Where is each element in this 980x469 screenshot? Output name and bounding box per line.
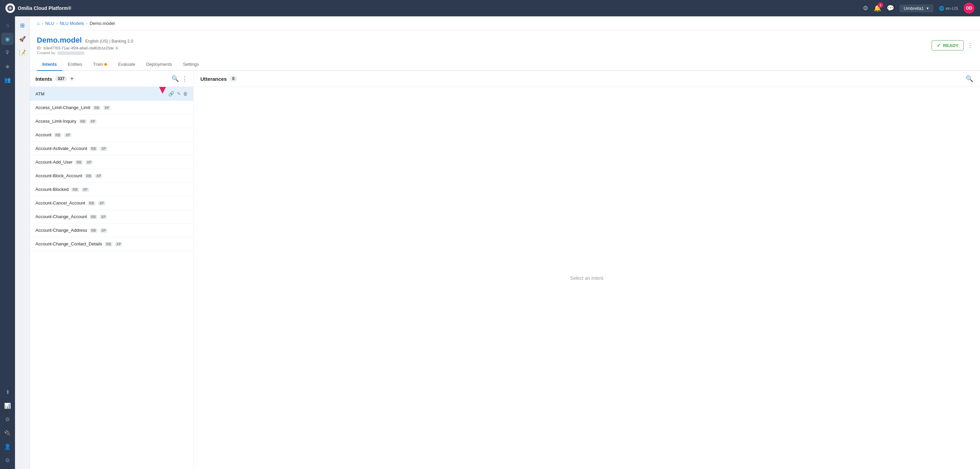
intent-item-account-change-contact[interactable]: Account-Change_Contact_Details RB XP [30,237,193,251]
tab-entities[interactable]: Entities [62,58,88,71]
home-breadcrumb-icon[interactable]: ⌂ [37,21,40,26]
deploy-nav-icon[interactable]: ⬆ [2,386,14,398]
intents-search-button[interactable]: 🔍 [172,75,179,83]
model-more-button[interactable]: ⋮ [967,41,973,49]
tab-intents[interactable]: Intents [37,58,62,71]
intent-badge-xp: XP [115,242,123,246]
intent-badge-xp: XP [89,119,96,124]
logo-icon [5,3,15,13]
intent-badge-rb: RB [79,119,87,124]
utterances-header: Utterances 0 🔍 [194,71,980,87]
logo-text: Omilia Cloud Platform® [18,5,71,11]
voice-nav-icon[interactable]: 🎙 [2,46,14,59]
main-layout: ⌂ ◉ 🎙 ◈ 👥 ⬆ 📊 ⚙ 🔌 👤 ⚙ ⊞ 🚀 📝 ⌂ › NLU › NL… [0,16,980,469]
tab-train[interactable]: Train [88,58,113,71]
utterances-empty-state: Select an Intent [194,87,980,469]
notifications-icon[interactable]: 🔔 1 [874,5,881,12]
intents-count: 337 [55,76,67,81]
logo[interactable]: Omilia Cloud Platform® [5,3,71,13]
ready-label: READY [943,43,959,48]
notification-badge: 1 [878,2,883,8]
intent-item-account[interactable]: Account RB XP [30,128,193,142]
person-nav-icon[interactable]: 👤 [2,440,14,453]
intent-item-account-add-user[interactable]: Account-Add_User RB XP [30,155,193,169]
intent-badge-rb: RB [85,174,92,178]
intent-badge-rb: RB [90,228,97,233]
breadcrumb-nlu[interactable]: NLU [45,21,54,26]
gear2-nav-icon[interactable]: ⚙ [2,454,14,466]
model-name: Demo.model [37,36,82,45]
notes-sidebar-icon[interactable]: 📝 [16,46,29,59]
intent-badge-xp: XP [100,147,107,151]
add-intent-button[interactable]: + [70,75,74,82]
nlu-nav-icon[interactable]: ◉ [2,33,14,45]
intent-edit-button[interactable]: ✎ [177,91,181,96]
intent-item-account-activate[interactable]: Account-Activate_Account RB XP [30,142,193,155]
ready-button[interactable]: ✓ READY [932,40,964,51]
intent-name: Account-Add_User RB XP [35,160,188,164]
intent-item-account-cancel[interactable]: Account-Cancel_Account RB XP [30,196,193,210]
tab-evaluate-label: Evaluate [118,62,135,67]
user-avatar[interactable]: OD [964,3,975,14]
chat-icon[interactable]: 💬 [887,5,894,12]
breadcrumb-nlu-models[interactable]: NLU Models [60,21,84,26]
intent-item-account-change-address[interactable]: Account-Change_Address RB XP [30,223,193,237]
intent-badge-rb: RB [75,160,83,164]
language-selector[interactable]: 🌐 en-US [939,6,958,11]
model-header: Demo.model English (US) | Banking 2.0 ID… [30,30,980,55]
settings-global-icon[interactable]: ⚙ [863,5,868,12]
grid-sidebar-icon[interactable]: ⊞ [16,19,29,31]
globe-icon: 🌐 [939,6,944,11]
tab-settings[interactable]: Settings [178,58,204,71]
flow-nav-icon[interactable]: ◈ [2,60,14,72]
model-title-group: Demo.model English (US) | Banking 2.0 ID… [37,36,133,55]
workspace-label: Umbrella1 [904,6,924,11]
model-title-row: Demo.model English (US) | Banking 2.0 ID… [37,36,973,55]
model-id-row: ID: b3e47703-71ac-45f4-a8a0-cbd62b1e23de… [37,46,133,50]
intents-list: ATM 🔗 [30,87,193,469]
intent-item-access-limit-change[interactable]: Access_Limit-Change_Limit RB XP [30,101,193,115]
intents-panel: Intents 337 + 🔍 ⋮ ATM 🔗 [30,71,194,469]
intent-badge-rb: RB [93,106,100,110]
home-nav-icon[interactable]: ⌂ [2,19,14,31]
intent-name: Account-Activate_Account RB XP [35,146,188,151]
intents-more-button[interactable]: ⋮ [181,75,188,83]
intent-name: Account-Blocked RB XP [35,187,188,192]
intent-item-account-block[interactable]: Account-Block_Account RB XP [30,169,193,183]
utterances-title: Utterances [200,76,227,82]
users-nav-icon[interactable]: 👥 [2,73,14,86]
intent-name: Account-Change_Account RB XP [35,214,188,219]
utterances-search-button[interactable]: 🔍 [966,75,973,83]
tab-deployments[interactable]: Deployments [141,58,178,71]
split-pane: Intents 337 + 🔍 ⋮ ATM 🔗 [30,71,980,469]
intent-badge-rb: RB [88,201,95,206]
utterances-panel: Utterances 0 🔍 Select an Intent [194,71,980,469]
intent-item-access-limit-inquiry[interactable]: Access_Limit-Inquiry RB XP [30,115,193,128]
intent-delete-button[interactable]: 🗑 [183,91,188,96]
created-by-row: Created by: [37,51,133,55]
analytics-nav-icon[interactable]: 📊 [2,399,14,412]
rocket-sidebar-icon[interactable]: 🚀 [16,33,29,45]
tab-settings-label: Settings [183,62,199,67]
breadcrumb-sep-3: › [86,21,88,26]
svg-point-2 [9,7,11,10]
copy-id-icon[interactable]: ⎘ [116,46,118,50]
topnav-actions: ⚙ 🔔 1 💬 Umbrella1 ▼ 🌐 en-US OD [863,3,975,14]
id-value: b3e47703-71ac-45f4-a8a0-cbd62b1e23de [44,46,114,50]
intent-name: Account-Cancel_Account RB XP [35,200,188,206]
model-title-left: Demo.model English (US) | Banking 2.0 ID… [37,36,133,55]
settings-nav-icon[interactable]: ⚙ [2,413,14,425]
intent-item-atm[interactable]: ATM 🔗 [30,87,193,101]
intent-item-account-change[interactable]: Account-Change_Account RB XP [30,210,193,223]
intent-badge-rb: RB [90,147,97,151]
plugin-nav-icon[interactable]: 🔌 [2,427,14,439]
tabs-bar: Intents Entities Train Evaluate Deployme… [30,58,980,71]
id-label: ID: [37,46,41,50]
breadcrumb-sep-2: › [56,21,57,26]
workspace-selector[interactable]: Umbrella1 ▼ [900,5,933,12]
atm-link-icon: 🔗 [168,91,174,96]
tab-evaluate[interactable]: Evaluate [113,58,141,71]
check-icon: ✓ [937,43,941,48]
tab-entities-label: Entities [68,62,83,67]
intent-item-account-blocked[interactable]: Account-Blocked RB XP [30,183,193,196]
